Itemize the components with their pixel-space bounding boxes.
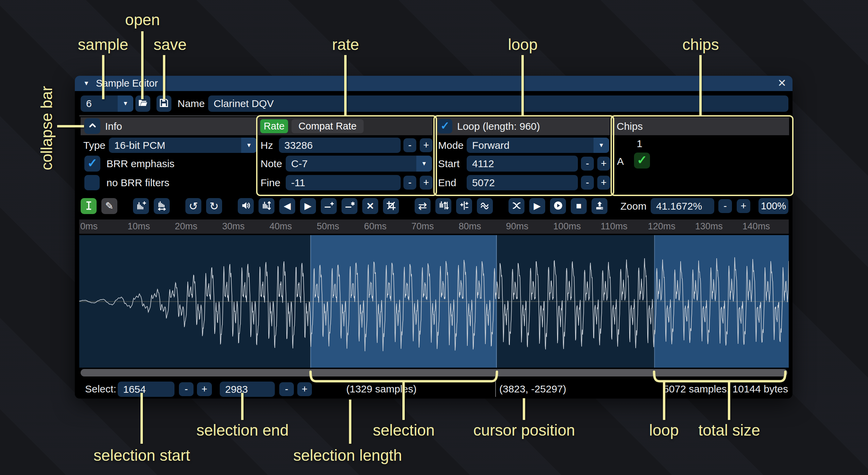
collapse-bar-button[interactable] xyxy=(84,118,100,134)
chip-enable-checkbox[interactable]: ✓ xyxy=(634,153,650,169)
no-brr-filters-checkbox[interactable] xyxy=(84,175,100,190)
hz-plus-button[interactable]: + xyxy=(420,138,433,152)
fine-minus-button[interactable]: - xyxy=(403,176,416,190)
tab-compat-rate[interactable]: Compat Rate xyxy=(291,119,364,133)
loop-start-input[interactable]: 4112 xyxy=(467,156,578,172)
normalize-button[interactable] xyxy=(258,198,274,214)
loop-start-value: 4112 xyxy=(472,158,494,170)
reverse-button[interactable]: ⇄ xyxy=(415,198,431,214)
loop-panel: ✓ Loop (length: 960) Mode Forward ▼ Star… xyxy=(435,117,610,191)
create-wavetable-button[interactable] xyxy=(591,198,607,214)
chips-panel-header: Chips xyxy=(612,117,789,135)
chevron-down-icon[interactable]: ▼ xyxy=(416,156,432,172)
waveform-scrollbar[interactable] xyxy=(81,369,787,376)
ruler-tick-label: 130ms xyxy=(695,221,723,232)
zoom-reset-button[interactable]: 100% xyxy=(758,198,788,214)
trim-button[interactable] xyxy=(383,198,399,214)
loop-start-plus-button[interactable]: + xyxy=(597,157,610,171)
upload-icon xyxy=(595,200,605,212)
draw-tool[interactable]: ✎ xyxy=(101,198,117,214)
selection-end-input[interactable]: 2983 xyxy=(220,382,275,397)
titlebar[interactable]: ▼ Sample Editor ✕ xyxy=(75,76,792,91)
delete-icon: ✕ xyxy=(366,201,374,211)
fade-out-button[interactable]: ▶ xyxy=(300,198,316,214)
chevron-down-icon[interactable]: ▼ xyxy=(241,138,257,153)
select-label: Select: xyxy=(85,381,116,397)
amplify-button[interactable] xyxy=(238,198,254,214)
open-sample-button[interactable] xyxy=(135,95,150,112)
fine-value: -11 xyxy=(291,177,305,189)
fade-in-button[interactable]: ◀ xyxy=(279,198,295,214)
sample-select-value: 6 xyxy=(86,98,92,109)
note-combo[interactable]: C-7 ▼ xyxy=(286,156,432,172)
sample-type-combo[interactable]: 16-bit PCM ▼ xyxy=(109,138,257,153)
name-input[interactable]: Clarinet DQV xyxy=(208,95,788,112)
loop-end-value: 5072 xyxy=(472,177,495,189)
invert-button[interactable] xyxy=(435,198,451,214)
brr-emphasis-checkbox[interactable]: ✓ xyxy=(84,156,100,172)
toolbar-group: ⇄ xyxy=(415,198,493,214)
fine-input[interactable]: -11 xyxy=(286,175,401,190)
stop-preview-button[interactable]: ■ xyxy=(571,198,587,214)
zoom-value: 41.1672% xyxy=(656,200,702,212)
redo-button[interactable]: ↻ xyxy=(206,198,222,214)
toolbar-group: ↺↻ xyxy=(185,198,222,214)
timeline-ruler[interactable]: 0ms10ms20ms30ms40ms50ms60ms70ms80ms90ms1… xyxy=(79,219,789,234)
ruler-tick-label: 90ms xyxy=(506,221,529,232)
resize-button[interactable] xyxy=(133,198,149,214)
divider xyxy=(79,116,788,116)
window-collapse-icon[interactable]: ▼ xyxy=(83,80,89,87)
insert-silence-button[interactable] xyxy=(321,198,337,214)
loop-end-plus-button[interactable]: + xyxy=(597,176,610,190)
delete-button[interactable]: ✕ xyxy=(362,198,378,214)
zoom-out-button[interactable]: - xyxy=(718,199,732,213)
ruler-tick-label: 20ms xyxy=(175,221,197,232)
trim-icon xyxy=(386,200,396,212)
folder-open-icon xyxy=(138,98,148,109)
zoom-in-button[interactable]: + xyxy=(737,199,750,213)
selection-start-plus-button[interactable]: + xyxy=(197,382,212,396)
annotation-callout-line xyxy=(140,393,143,444)
waveform-view[interactable] xyxy=(79,235,789,368)
loop-mode-combo[interactable]: Forward ▼ xyxy=(467,138,609,153)
sample-editor-window: ▼ Sample Editor ✕ 6 ▼ Name Clarinet DQV xyxy=(75,76,792,399)
sample-select-combo[interactable]: 6 ▼ xyxy=(81,95,133,112)
tab-rate[interactable]: Rate xyxy=(260,119,288,133)
select-tool[interactable] xyxy=(81,198,97,214)
annotation-cursor-position: cursor position xyxy=(473,421,575,439)
filter-button[interactable] xyxy=(477,198,493,214)
resample-button[interactable] xyxy=(154,198,170,214)
annotation-loop: loop xyxy=(508,35,538,54)
crossfade-button[interactable] xyxy=(508,198,524,214)
close-icon[interactable]: ✕ xyxy=(778,77,786,89)
selection-end-minus-button[interactable]: - xyxy=(279,382,294,396)
annotated-screenshot: ▼ Sample Editor ✕ 6 ▼ Name Clarinet DQV xyxy=(0,0,868,475)
save-sample-button[interactable] xyxy=(156,95,171,112)
hz-minus-button[interactable]: - xyxy=(403,138,416,152)
scrollbar-thumb[interactable] xyxy=(81,369,787,376)
loop-end-input[interactable]: 5072 xyxy=(467,175,578,190)
chevron-down-icon[interactable]: ▼ xyxy=(594,138,609,153)
fine-label: Fine xyxy=(261,175,280,190)
undo-button[interactable]: ↺ xyxy=(185,198,201,214)
chip-column-header: 1 xyxy=(637,137,642,151)
ruler-tick-label: 30ms xyxy=(222,221,245,232)
toolbar-group xyxy=(133,198,170,214)
normalize-icon xyxy=(262,200,272,212)
selection-end-plus-button[interactable]: + xyxy=(297,382,312,396)
selection-start-input[interactable]: 1654 xyxy=(118,382,174,397)
chevron-down-icon[interactable]: ▼ xyxy=(118,95,133,112)
loop-end-minus-button[interactable]: - xyxy=(581,176,594,190)
preview-button[interactable]: ▶ xyxy=(529,198,545,214)
selection-start-minus-button[interactable]: - xyxy=(179,382,194,396)
preview-selection-button[interactable] xyxy=(550,198,566,214)
loop-enable-checkbox[interactable]: ✓ xyxy=(438,119,452,134)
annotation-open: open xyxy=(125,11,160,29)
signed-unsigned-button[interactable] xyxy=(456,198,472,214)
hz-input[interactable]: 33286 xyxy=(279,138,401,153)
undo-icon: ↺ xyxy=(189,201,198,212)
loop-start-minus-button[interactable]: - xyxy=(581,157,594,171)
apply-silence-button[interactable] xyxy=(341,198,357,214)
fine-plus-button[interactable]: + xyxy=(420,176,433,190)
zoom-input[interactable]: 41.1672% xyxy=(651,198,714,214)
